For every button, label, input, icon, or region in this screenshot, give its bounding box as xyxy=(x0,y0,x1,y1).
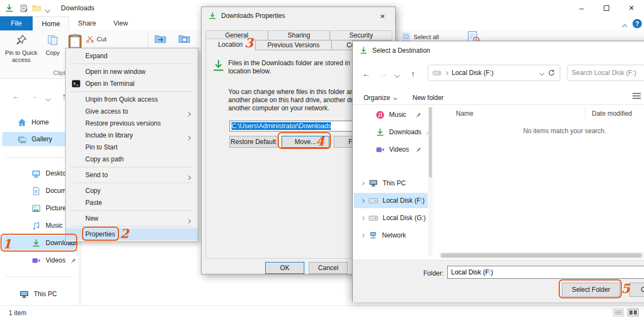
pin-to-quick-access-button[interactable]: Pin to Quick access xyxy=(2,32,40,77)
tree-item-local-disk-f[interactable]: Local Disk (F:) xyxy=(354,193,428,208)
tab-file[interactable]: File xyxy=(0,16,33,30)
tab-home[interactable]: Home xyxy=(33,16,69,30)
dest-forward-button[interactable]: → xyxy=(377,66,391,80)
tree-item-local-disk-g[interactable]: Local Disk (G:) xyxy=(354,210,428,226)
sidebar-item-videos[interactable]: Videos xyxy=(2,253,75,267)
tab-view[interactable]: View xyxy=(105,16,137,30)
expand-chevron-icon[interactable] xyxy=(361,181,365,185)
terminal-icon xyxy=(72,80,80,87)
address-dropdown-icon[interactable] xyxy=(536,69,548,77)
forward-icon: → xyxy=(30,91,38,101)
recent-locations-button[interactable] xyxy=(46,95,50,102)
ok-button[interactable]: OK xyxy=(265,262,304,274)
expand-chevron-icon[interactable] xyxy=(361,198,365,202)
refresh-icon[interactable] xyxy=(548,69,555,77)
submenu-arrow-icon xyxy=(187,173,190,181)
dest-back-button[interactable]: ← xyxy=(359,66,373,80)
back-button[interactable]: ← xyxy=(10,89,23,102)
dest-item-videos[interactable]: Videos xyxy=(354,142,428,157)
sidebar-item-music[interactable]: Music xyxy=(2,218,75,233)
thumbnail-view-icon[interactable] xyxy=(628,309,639,316)
qat-new-folder-icon[interactable] xyxy=(32,4,41,12)
sidebar-item-this-pc[interactable]: This PC xyxy=(2,287,75,301)
cancel-button[interactable]: Cancel xyxy=(309,262,348,274)
details-view-icon[interactable] xyxy=(613,309,624,316)
move-button[interactable]: Move... xyxy=(282,136,329,148)
tree-item-network[interactable]: Network xyxy=(354,228,428,243)
change-view-icon[interactable] xyxy=(632,92,641,99)
expand-chevron-icon[interactable] xyxy=(361,233,365,237)
folder-input[interactable] xyxy=(447,266,644,279)
help-icon[interactable]: ? xyxy=(633,19,642,28)
menu-item-give-access[interactable]: Give access to xyxy=(66,105,198,117)
qat-properties-icon[interactable] xyxy=(20,4,28,12)
menu-item-properties[interactable]: Properties xyxy=(66,228,198,240)
dialog-close-button[interactable]: × xyxy=(373,9,392,22)
tab-share[interactable]: Share xyxy=(69,16,104,30)
minimize-button[interactable]: – xyxy=(569,0,594,16)
sidebar-item-label: Gallery xyxy=(32,135,52,143)
tab-sharing[interactable]: Sharing xyxy=(268,30,330,40)
back-icon: ← xyxy=(362,69,371,78)
address-bar[interactable]: Local Disk (F:) xyxy=(428,65,560,81)
ribbon-collapse-icon[interactable] xyxy=(623,23,627,30)
menu-item-copy[interactable]: Copy xyxy=(66,185,198,197)
new-folder-button[interactable]: New folder xyxy=(412,92,443,103)
dest-item-downloads[interactable]: Downloads xyxy=(354,124,428,140)
menu-item-unpin[interactable]: Unpin from Quick access xyxy=(66,93,198,105)
menu-item-label: New xyxy=(85,215,98,222)
column-header-date-modified[interactable]: Date modified xyxy=(592,110,632,117)
tab-security[interactable]: Security xyxy=(330,30,392,40)
menu-item-include-library[interactable]: Include in library xyxy=(66,129,198,141)
tree-scrollbar-thumb[interactable] xyxy=(429,107,432,178)
close-button[interactable]: × xyxy=(619,0,644,16)
dest-up-button[interactable]: ↑ xyxy=(406,66,420,80)
dest-item-music[interactable]: Music xyxy=(354,107,428,122)
context-menu: Expand Open in new window Open in Termin… xyxy=(65,48,198,242)
tree-scrollbar[interactable] xyxy=(428,107,433,256)
dest-item-label: Downloads xyxy=(389,128,421,136)
search-input[interactable] xyxy=(572,69,644,77)
forward-button[interactable]: → xyxy=(27,89,40,102)
pin-icon xyxy=(16,35,27,46)
menu-item-open-new-window[interactable]: Open in new window xyxy=(66,66,198,78)
horizontal-scrollbar-thumb[interactable] xyxy=(441,253,642,258)
select-folder-button[interactable]: Select Folder xyxy=(562,283,620,297)
expand-chevron-icon[interactable] xyxy=(361,216,365,220)
menu-item-pin-start[interactable]: Pin to Start xyxy=(66,141,198,153)
qat-customize-chevron-icon[interactable] xyxy=(46,6,49,14)
dest-cancel-button[interactable]: Cancel xyxy=(629,283,644,297)
tree-item-label: This PC xyxy=(383,179,406,187)
tab-previous-versions[interactable]: Previous Versions xyxy=(255,40,332,50)
tab-location[interactable]: Location xyxy=(205,39,255,51)
menu-item-new[interactable]: New xyxy=(66,212,198,224)
copy-to-icon[interactable] xyxy=(178,33,191,46)
menu-separator xyxy=(70,91,193,92)
restore-default-button[interactable]: Restore Default xyxy=(229,136,277,148)
cut-button[interactable]: Cut xyxy=(86,34,107,45)
organize-button[interactable]: Organize xyxy=(364,92,397,103)
menu-separator xyxy=(70,167,193,167)
menu-item-open-terminal[interactable]: Open in Terminal xyxy=(66,78,198,90)
column-divider[interactable] xyxy=(585,108,585,118)
address-crumb[interactable]: Local Disk (F:) xyxy=(452,69,493,77)
move-to-icon[interactable] xyxy=(154,33,167,46)
sidebar-item-gallery[interactable]: Gallery xyxy=(2,132,75,146)
sidebar-item-home[interactable]: Home xyxy=(2,115,75,129)
menu-item-restore-versions[interactable]: Restore previous versions xyxy=(66,117,198,129)
sidebar-item-pictures[interactable]: Pictures xyxy=(2,201,75,215)
column-header-name[interactable]: Name xyxy=(456,110,473,117)
dest-recent-locations-button[interactable] xyxy=(395,71,399,79)
menu-item-paste[interactable]: Paste xyxy=(66,197,198,209)
sidebar-item-desktop[interactable]: Desktop xyxy=(2,166,75,180)
pinned-icon xyxy=(415,147,421,153)
menu-item-send-to[interactable]: Send to xyxy=(66,169,198,181)
horizontal-scrollbar[interactable] xyxy=(440,252,644,259)
sidebar-item-downloads[interactable]: Downloads xyxy=(2,236,75,250)
sidebar-item-documents[interactable]: Documents xyxy=(2,184,75,198)
select-all-button[interactable]: Select all xyxy=(402,33,439,41)
maximize-button[interactable] xyxy=(594,0,619,16)
menu-item-copy-path[interactable]: Copy as path xyxy=(66,153,198,165)
tree-item-this-pc[interactable]: This PC xyxy=(354,176,428,191)
menu-item-expand[interactable]: Expand xyxy=(66,50,198,62)
